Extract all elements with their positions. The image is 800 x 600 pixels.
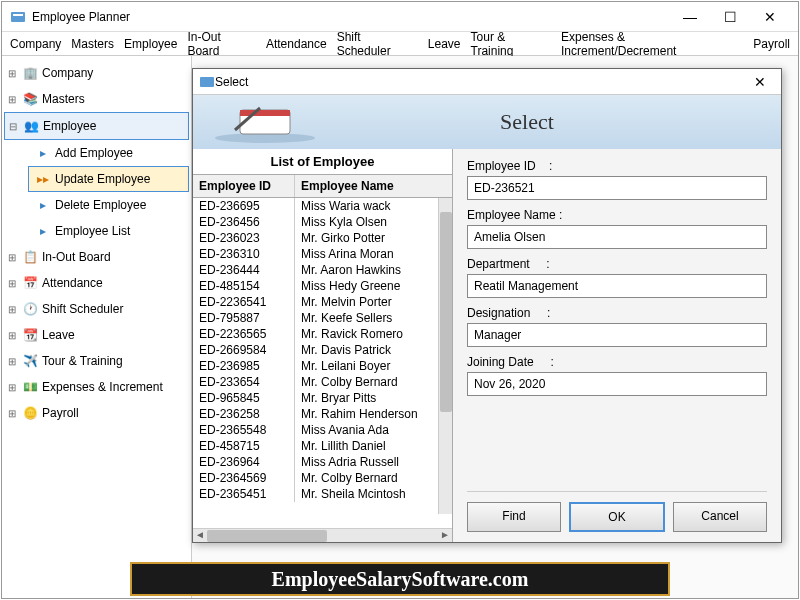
menu-employee[interactable]: Employee	[120, 35, 181, 53]
tree-masters[interactable]: ⊞📚Masters	[4, 86, 189, 112]
dialog-close-button[interactable]: ✕	[745, 74, 775, 90]
table-row[interactable]: ED-236695Miss Waria wack	[193, 198, 452, 214]
table-row[interactable]: ED-236258Mr. Rahim Henderson	[193, 406, 452, 422]
table-row[interactable]: ED-236985Mr. Leilani Boyer	[193, 358, 452, 374]
menu-leave[interactable]: Leave	[424, 35, 465, 53]
table-row[interactable]: ED-236023Mr. Girko Potter	[193, 230, 452, 246]
tree-shift[interactable]: ⊞🕐Shift Scheduler	[4, 296, 189, 322]
menu-inout[interactable]: In-Out Board	[183, 28, 260, 60]
maximize-button[interactable]: ☐	[710, 4, 750, 30]
cancel-button[interactable]: Cancel	[673, 502, 767, 532]
dialog-buttons: Find OK Cancel	[467, 491, 767, 532]
horizontal-scrollbar[interactable]: ◄ ►	[193, 528, 452, 542]
scroll-left-icon[interactable]: ◄	[193, 529, 207, 542]
cell-id: ED-2365548	[193, 422, 295, 438]
department-field[interactable]	[467, 274, 767, 298]
tree-inout[interactable]: ⊞📋In-Out Board	[4, 244, 189, 270]
menu-company[interactable]: Company	[6, 35, 65, 53]
tree-payroll[interactable]: ⊞🪙Payroll	[4, 400, 189, 426]
vertical-scrollbar[interactable]	[438, 198, 452, 514]
tree-label: Leave	[42, 328, 75, 342]
tree-employee[interactable]: ⊟👥Employee	[4, 112, 189, 140]
app-title: Employee Planner	[32, 10, 670, 24]
tree-expenses[interactable]: ⊞💵Expenses & Increment	[4, 374, 189, 400]
cell-id: ED-236456	[193, 214, 295, 230]
cell-id: ED-2236565	[193, 326, 295, 342]
find-button[interactable]: Find	[467, 502, 561, 532]
dialog-title: Select	[215, 75, 745, 89]
people-icon: 👥	[23, 118, 39, 134]
cell-name: Mr. Girko Potter	[295, 230, 452, 246]
sidebar-tree: ⊞🏢Company ⊞📚Masters ⊟👥Employee ▸Add Empl…	[2, 56, 192, 598]
close-button[interactable]: ✕	[750, 4, 790, 30]
employee-name-label: Employee Name :	[467, 208, 767, 222]
arrow-icon: ▸	[35, 197, 51, 213]
menu-expenses[interactable]: Expenses & Increment/Decrement	[557, 28, 747, 60]
expander-icon: ⊞	[8, 278, 18, 289]
tree-update-employee[interactable]: ▸▸Update Employee	[28, 166, 189, 192]
menu-payroll[interactable]: Payroll	[749, 35, 794, 53]
menu-tour[interactable]: Tour & Training	[467, 28, 556, 60]
table-row[interactable]: ED-795887Mr. Keefe Sellers	[193, 310, 452, 326]
table-row[interactable]: ED-965845Mr. Bryar Pitts	[193, 390, 452, 406]
menu-shift[interactable]: Shift Scheduler	[333, 28, 422, 60]
arrow-icon: ▸	[35, 145, 51, 161]
table-row[interactable]: ED-233654Mr. Colby Bernard	[193, 374, 452, 390]
tree-tour[interactable]: ⊞✈️Tour & Training	[4, 348, 189, 374]
cell-name: Mr. Keefe Sellers	[295, 310, 452, 326]
tree-leave[interactable]: ⊞📆Leave	[4, 322, 189, 348]
expander-icon: ⊞	[8, 382, 18, 393]
cell-id: ED-236964	[193, 454, 295, 470]
table-row[interactable]: ED-458715Mr. Lillith Daniel	[193, 438, 452, 454]
tree-company[interactable]: ⊞🏢Company	[4, 60, 189, 86]
tree-delete-employee[interactable]: ▸Delete Employee	[28, 192, 189, 218]
tree-label: Company	[42, 66, 93, 80]
tree-label: Expenses & Increment	[42, 380, 163, 394]
scrollbar-thumb[interactable]	[207, 530, 327, 542]
table-row[interactable]: ED-2236565Mr. Ravick Romero	[193, 326, 452, 342]
list-header: Employee ID Employee Name	[193, 174, 452, 198]
cell-name: Miss Adria Russell	[295, 454, 452, 470]
cell-name: Miss Kyla Olsen	[295, 214, 452, 230]
dialog-body: List of Employee Employee ID Employee Na…	[193, 149, 781, 542]
table-row[interactable]: ED-236964Miss Adria Russell	[193, 454, 452, 470]
table-row[interactable]: ED-2669584Mr. Davis Patrick	[193, 342, 452, 358]
scroll-right-icon[interactable]: ►	[438, 529, 452, 542]
list-title: List of Employee	[193, 149, 452, 174]
tree-label: Payroll	[42, 406, 79, 420]
scroll-track[interactable]	[207, 529, 438, 542]
list-rows[interactable]: ED-236695Miss Waria wackED-236456Miss Ky…	[193, 198, 452, 528]
table-row[interactable]: ED-236310Miss Arina Moran	[193, 246, 452, 262]
cell-name: Mr. Ravick Romero	[295, 326, 452, 342]
employee-id-field[interactable]	[467, 176, 767, 200]
scrollbar-thumb[interactable]	[440, 212, 452, 412]
menu-attendance[interactable]: Attendance	[262, 35, 331, 53]
tree-add-employee[interactable]: ▸Add Employee	[28, 140, 189, 166]
table-row[interactable]: ED-2236541Mr. Melvin Porter	[193, 294, 452, 310]
header-employee-name[interactable]: Employee Name	[295, 175, 452, 197]
table-row[interactable]: ED-2364569Mr. Colby Bernard	[193, 470, 452, 486]
svg-rect-2	[200, 77, 214, 87]
header-employee-id[interactable]: Employee ID	[193, 175, 295, 197]
table-row[interactable]: ED-2365548Miss Avania Ada	[193, 422, 452, 438]
employee-name-field[interactable]	[467, 225, 767, 249]
window-controls: — ☐ ✕	[670, 4, 790, 30]
ok-button[interactable]: OK	[569, 502, 665, 532]
cell-id: ED-236695	[193, 198, 295, 214]
tree-employee-children: ▸Add Employee ▸▸Update Employee ▸Delete …	[4, 140, 189, 244]
designation-field[interactable]	[467, 323, 767, 347]
tree-attendance[interactable]: ⊞📅Attendance	[4, 270, 189, 296]
cell-name: Mr. Colby Bernard	[295, 374, 452, 390]
cell-name: Mr. Sheila Mcintosh	[295, 486, 452, 502]
table-row[interactable]: ED-2365451Mr. Sheila Mcintosh	[193, 486, 452, 502]
table-row[interactable]: ED-485154Miss Hedy Greene	[193, 278, 452, 294]
joining-date-field[interactable]	[467, 372, 767, 396]
menu-masters[interactable]: Masters	[67, 35, 118, 53]
tree-employee-list[interactable]: ▸Employee List	[28, 218, 189, 244]
plane-icon: ✈️	[22, 353, 38, 369]
minimize-button[interactable]: —	[670, 4, 710, 30]
dialog-icon	[199, 74, 215, 90]
table-row[interactable]: ED-236456Miss Kyla Olsen	[193, 214, 452, 230]
dialog-heading: Select	[325, 109, 769, 135]
table-row[interactable]: ED-236444Mr. Aaron Hawkins	[193, 262, 452, 278]
